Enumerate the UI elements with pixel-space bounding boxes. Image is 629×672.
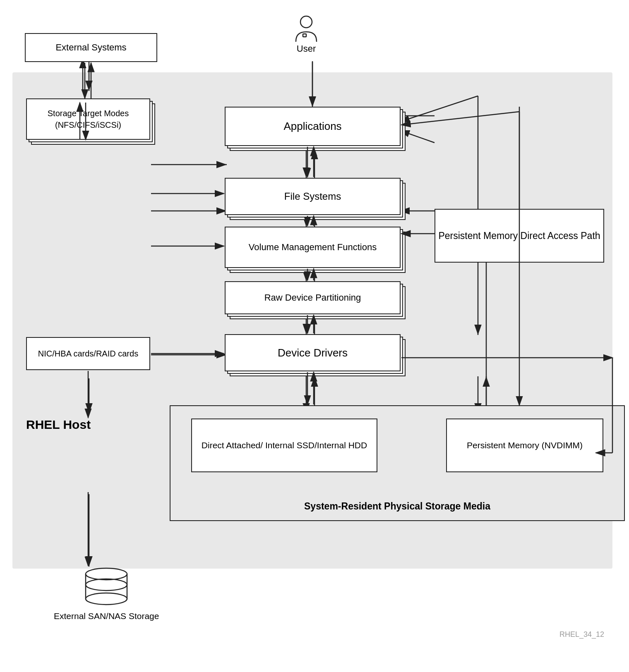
svg-point-37 [86,579,127,591]
persistent-memory-nvdimm-box: Persistent Memory (NVDIMM) [446,419,603,472]
storage-target-box: Storage Target Modes (NFS/CIFS/iSCSi) [26,98,150,140]
applications-label: Applications [283,119,341,134]
database-icon [82,567,131,608]
nic-hba-box: NIC/HBA cards/RAID cards [26,337,150,370]
user-label: User [297,43,316,54]
diagram-container: External Systems User Storage Target Mod… [0,0,629,672]
direct-attached-label: Direct Attached/ Internal SSD/Internal H… [202,439,367,451]
rhel-host-label: RHEL Host [26,418,91,432]
system-media-box: Direct Attached/ Internal SSD/Internal H… [170,405,625,521]
persistent-memory-dap-label: Persistent Memory Direct Access Path [438,229,600,242]
volume-management-label: Volume Management Functions [249,241,377,254]
file-systems-label: File Systems [284,189,341,203]
raw-device-label: Raw Device Partitioning [264,292,361,304]
external-systems-label: External Systems [55,41,126,54]
svg-rect-32 [303,34,306,37]
persistent-memory-dap-box: Persistent Memory Direct Access Path [435,209,604,263]
applications-box: Applications [225,107,401,146]
storage-target-label: Storage Target Modes (NFS/CIFS/iSCSi) [27,108,149,131]
persistent-memory-nvdimm-label: Persistent Memory (NVDIMM) [467,439,583,451]
raw-device-box: Raw Device Partitioning [225,281,401,314]
external-san-label: External SAN/NAS Storage [54,611,159,621]
svg-point-31 [300,16,312,28]
svg-point-36 [86,593,127,605]
system-media-label: System-Resident Physical Storage Media [304,500,490,513]
svg-point-33 [86,568,127,580]
device-drivers-label: Device Drivers [278,345,348,360]
nic-hba-label: NIC/HBA cards/RAID cards [38,348,138,359]
user-icon [294,14,319,43]
file-systems-box: File Systems [225,178,401,215]
direct-attached-box: Direct Attached/ Internal SSD/Internal H… [191,419,377,472]
device-drivers-box: Device Drivers [225,334,401,371]
external-systems-box: External Systems [25,33,157,62]
watermark: RHEL_34_12 [559,630,604,639]
volume-management-box: Volume Management Functions [225,227,401,268]
user-figure: User [294,14,319,54]
